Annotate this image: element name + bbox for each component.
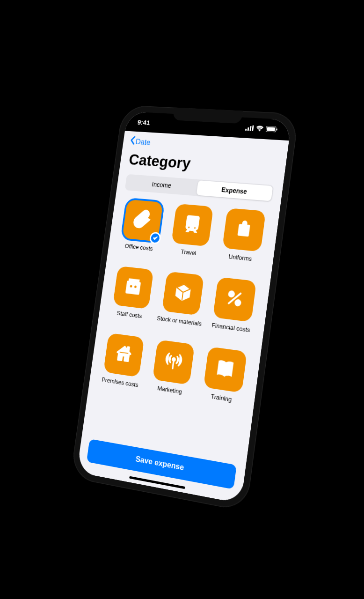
category-office-costs[interactable]: Office costs xyxy=(116,199,167,260)
category-financial[interactable]: Financial costs xyxy=(206,276,261,342)
svg-rect-1 xyxy=(248,127,249,130)
status-time: 9:41 xyxy=(137,118,151,126)
status-indicators xyxy=(245,124,278,133)
category-training[interactable]: Training xyxy=(197,346,252,413)
svg-rect-3 xyxy=(252,125,254,131)
category-label: Marketing xyxy=(156,385,182,402)
category-grid: Office costs Travel xyxy=(82,195,280,462)
svg-rect-0 xyxy=(245,128,247,130)
category-label: Stock or materials xyxy=(155,315,202,334)
house-icon xyxy=(114,343,134,366)
back-label: Date xyxy=(135,137,151,147)
book-icon xyxy=(214,357,236,382)
svg-point-10 xyxy=(172,357,175,362)
category-label: Staff costs xyxy=(116,310,143,326)
paperclip-icon xyxy=(132,208,153,232)
train-icon xyxy=(182,213,203,236)
selected-check-icon xyxy=(149,231,161,244)
category-label: Premises costs xyxy=(100,376,138,396)
bag-icon xyxy=(233,218,254,241)
back-button[interactable]: Date xyxy=(129,135,151,148)
box-icon xyxy=(173,281,194,305)
battery-icon xyxy=(265,125,278,133)
broadcast-icon xyxy=(163,350,184,374)
svg-rect-6 xyxy=(276,128,277,130)
svg-rect-2 xyxy=(250,126,252,130)
percent-icon xyxy=(224,288,245,311)
category-uniforms[interactable]: Uniforms xyxy=(215,207,270,271)
svg-point-7 xyxy=(229,291,234,296)
svg-line-9 xyxy=(229,292,240,304)
cellular-icon xyxy=(245,124,254,132)
people-icon xyxy=(123,276,143,299)
svg-rect-5 xyxy=(267,126,275,131)
category-travel[interactable]: Travel xyxy=(164,203,218,265)
screen: 9:41 xyxy=(77,111,292,503)
category-premises[interactable]: Premises costs xyxy=(97,332,149,396)
category-label: Training xyxy=(210,393,232,411)
category-label: Office costs xyxy=(124,243,153,259)
category-stock[interactable]: Stock or materials xyxy=(155,271,208,335)
category-label: Uniforms xyxy=(227,253,252,270)
category-label: Travel xyxy=(179,248,197,264)
phone-frame: 9:41 xyxy=(70,105,299,512)
wifi-icon xyxy=(255,124,264,133)
svg-point-8 xyxy=(235,300,241,305)
category-marketing[interactable]: Marketing xyxy=(146,339,199,404)
category-label: Financial costs xyxy=(210,322,250,341)
category-staff-costs[interactable]: Staff costs xyxy=(106,265,158,328)
